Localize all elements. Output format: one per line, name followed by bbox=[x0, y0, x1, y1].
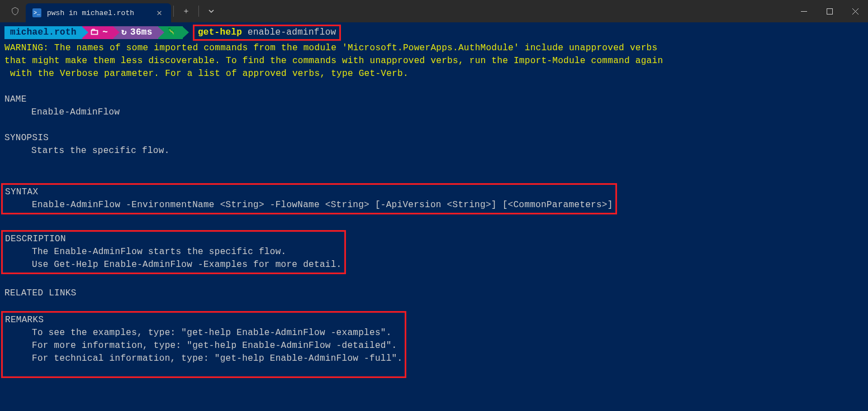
warning-text: WARNING: The names of some imported comm… bbox=[4, 42, 864, 80]
maximize-button[interactable] bbox=[817, 0, 842, 22]
folder-icon: 🗀 bbox=[90, 26, 99, 39]
prompt-user: michael.roth bbox=[10, 26, 77, 39]
prompt-folder: ~ bbox=[102, 26, 108, 39]
tab-dropdown-button[interactable] bbox=[201, 0, 221, 22]
syntax-highlight-box: SYNTAX Enable-AdminFlow -EnvironmentName… bbox=[1, 183, 617, 214]
powershell-icon: >_ bbox=[32, 8, 41, 17]
prompt-time-segment: ↻ 36ms bbox=[113, 26, 158, 39]
section-header-remarks: REMARKS bbox=[5, 314, 402, 327]
svg-rect-1 bbox=[827, 8, 832, 14]
minimize-button[interactable] bbox=[791, 0, 817, 22]
terminal-output[interactable]: michael.roth 🗀 ~ ↻ 36ms 🦎 get-help enabl… bbox=[0, 22, 868, 380]
section-body-synopsis: Starts the specific flow. bbox=[4, 145, 864, 157]
titlebar: >_ pwsh in michael.roth ✕ ＋ bbox=[0, 0, 868, 22]
window-close-button[interactable] bbox=[842, 0, 868, 22]
section-header-syntax: SYNTAX bbox=[5, 186, 613, 199]
prompt-user-segment: michael.roth bbox=[4, 26, 82, 39]
timer-icon: ↻ bbox=[121, 26, 127, 39]
shield-icon bbox=[10, 6, 20, 16]
section-body-remarks: To see the examples, type: "get-help Ena… bbox=[5, 327, 402, 365]
divider bbox=[173, 6, 174, 17]
remarks-highlight-box: REMARKS To see the examples, type: "get-… bbox=[1, 311, 406, 378]
close-tab-icon[interactable]: ✕ bbox=[154, 7, 164, 18]
section-related: RELATED LINKS bbox=[4, 287, 864, 300]
command-name: get-help bbox=[198, 27, 242, 37]
section-synopsis: SYNOPSIS Starts the specific flow. bbox=[4, 132, 864, 157]
section-name: NAME Enable-AdminFlow bbox=[4, 93, 864, 119]
prompt-line: michael.roth 🗀 ~ ↻ 36ms 🦎 get-help enabl… bbox=[4, 25, 864, 41]
divider bbox=[198, 6, 199, 17]
new-tab-button[interactable]: ＋ bbox=[176, 0, 196, 22]
lang-icon: 🦎 bbox=[166, 26, 177, 39]
section-body-name: Enable-AdminFlow bbox=[4, 106, 864, 119]
active-tab[interactable]: >_ pwsh in michael.roth ✕ bbox=[26, 3, 171, 22]
section-body-syntax: Enable-AdminFlow -EnvironmentName <Strin… bbox=[5, 199, 613, 212]
prompt-time: 36ms bbox=[130, 26, 153, 39]
section-header-name: NAME bbox=[4, 93, 864, 106]
tab-title: pwsh in michael.roth bbox=[47, 9, 149, 17]
section-header-related: RELATED LINKS bbox=[4, 287, 864, 300]
description-highlight-box: DESCRIPTION The Enable-AdminFlow starts … bbox=[1, 230, 346, 274]
section-header-synopsis: SYNOPSIS bbox=[4, 132, 864, 145]
section-body-description: The Enable-AdminFlow starts the specific… bbox=[5, 246, 342, 271]
section-header-description: DESCRIPTION bbox=[5, 233, 342, 246]
command-highlight-box: get-help enable-adminflow bbox=[193, 25, 341, 41]
command-argument: enable-adminflow bbox=[248, 27, 336, 37]
